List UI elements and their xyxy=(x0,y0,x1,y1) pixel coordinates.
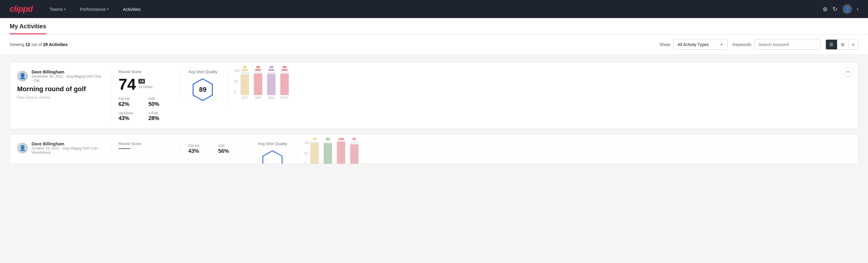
y-label2-50: 50 xyxy=(304,152,309,155)
bar-group-arg-2: 106 xyxy=(337,137,345,164)
viewing-suffix: Activities xyxy=(49,42,68,47)
user-row-2: 👤 Dave Billingham October 16, 2021 · Gog… xyxy=(17,141,101,155)
bar-wrapper-ott xyxy=(241,71,249,95)
nav-teams[interactable]: Teams ▾ xyxy=(47,5,68,13)
avatar-person-icon-2: 👤 xyxy=(19,145,26,151)
svg-marker-1 xyxy=(263,151,282,164)
fwhit-value-2: 43% xyxy=(188,148,211,154)
view-grid-button[interactable]: ⊞ xyxy=(837,40,848,49)
score-meta: +4 18 Holes xyxy=(138,79,153,90)
fwhit-stat: FW Hit 62% xyxy=(119,97,142,108)
gir-value: 50% xyxy=(149,101,172,108)
bar-wrapper-app xyxy=(254,71,262,95)
view-list-compact-button[interactable]: ☰ xyxy=(826,40,837,49)
viewing-text: Viewing 12 out of 29 Activities xyxy=(10,42,655,47)
bar-group-ott: 85 OTT xyxy=(241,65,249,99)
activities-list: ✏ 👤 Dave Billingham December 05, 2021 · … xyxy=(0,55,868,176)
bar-fill-app xyxy=(254,74,262,95)
keywords-filter-group: Keywords: xyxy=(732,39,820,50)
bar-fill-ott-2 xyxy=(310,143,319,164)
bar-indicator-ott xyxy=(242,69,248,70)
activity-title: Morning round of golf xyxy=(17,85,101,93)
bar-group-putt-2: 87 xyxy=(350,137,359,164)
logo[interactable]: clippd xyxy=(10,4,32,14)
list-icon: ≡ xyxy=(852,42,855,47)
round-score-row-2 xyxy=(119,148,171,149)
user-info: Dave Billingham December 05, 2021 · Gog … xyxy=(32,69,101,83)
add-icon[interactable]: ⊕ xyxy=(823,5,828,12)
activity-type-select[interactable]: All Activity Types ▾ xyxy=(673,39,727,50)
bar-label-app: APP xyxy=(255,96,261,99)
score-value-2 xyxy=(119,148,130,149)
nav-performance-chevron: ▾ xyxy=(107,7,108,11)
show-filter-group: Show: All Activity Types ▾ xyxy=(659,39,728,50)
user-date-2: October 16, 2021 · Gog Magog Golf Club -… xyxy=(32,146,101,155)
gir-stat-2: GIR 56% xyxy=(218,144,241,154)
nav-activities[interactable]: Activities xyxy=(121,5,143,13)
bar-indicator-putt xyxy=(281,69,287,70)
page-title: My Activities xyxy=(10,23,46,34)
nav-performance[interactable]: Performance ▾ xyxy=(78,5,111,13)
bar-value-ott: 85 xyxy=(243,65,247,69)
card-left-2: 👤 Dave Billingham October 16, 2021 · Gog… xyxy=(17,141,101,157)
avg-shot-quality: Avg Shot Quality 89 xyxy=(181,69,217,102)
bar-fill-ott xyxy=(241,75,249,95)
bar-fill-putt-2 xyxy=(350,144,359,164)
score-badge: +4 xyxy=(138,79,145,84)
card-chart-2: 100 50 0 94 93 xyxy=(297,141,851,164)
bar-value-putt: 89 xyxy=(283,65,286,69)
holes-label: 18 Holes xyxy=(138,85,153,89)
keywords-label: Keywords: xyxy=(732,42,752,47)
grid-icon: ⊞ xyxy=(841,42,844,47)
bar-fill-arg xyxy=(267,74,276,95)
bar-fill-arg-2 xyxy=(337,141,345,164)
fwhit-value: 62% xyxy=(119,101,142,108)
nav-teams-label: Teams xyxy=(49,7,63,12)
bar-wrapper-arg xyxy=(267,71,276,95)
data-source: Data Source: Arccos xyxy=(17,95,101,99)
hexagon-container: 89 xyxy=(191,78,215,102)
activity-card: ✏ 👤 Dave Billingham December 05, 2021 · … xyxy=(10,62,858,129)
stat-grid-2: FW Hit 43% GIR 56% xyxy=(188,144,241,154)
hexagon-container-2 xyxy=(260,150,284,164)
card-stats-2: Round Score xyxy=(111,141,171,154)
updown-value: 43% xyxy=(119,115,142,122)
navbar: clippd Teams ▾ Performance ▾ Activities … xyxy=(0,0,868,18)
updown-label: Up/Down xyxy=(119,111,142,115)
card-chart: 100 50 0 85 OTT xyxy=(227,69,851,106)
chart-y-labels-2: 100 50 0 xyxy=(304,141,309,164)
refresh-icon[interactable]: ↻ xyxy=(833,5,838,12)
bar-group-putt: 89 PUTT xyxy=(280,65,289,99)
fwhit-label: FW Hit xyxy=(119,97,142,101)
bar-group-ott-2: 94 xyxy=(310,137,319,164)
view-list-button[interactable]: ≡ xyxy=(848,40,858,49)
edit-button[interactable]: ✏ xyxy=(844,67,853,77)
score-value: 74 xyxy=(119,77,136,92)
bar-value-ott-2: 94 xyxy=(313,137,316,141)
activity-card-2: 👤 Dave Billingham October 16, 2021 · Gog… xyxy=(10,134,858,164)
bar-label-ott: OTT xyxy=(242,96,248,99)
nav-performance-label: Performance xyxy=(80,7,106,12)
chart-y-labels: 100 50 0 xyxy=(235,69,240,94)
bar-indicator-app xyxy=(255,69,261,70)
y-label-100: 100 xyxy=(235,69,240,72)
y-label2-100: 100 xyxy=(304,141,309,144)
user-avatar: 👤 xyxy=(17,71,28,82)
user-avatar-2: 👤 xyxy=(17,143,28,153)
card-left: 👤 Dave Billingham December 05, 2021 · Go… xyxy=(17,69,101,99)
bar-group-app: 90 APP xyxy=(254,65,262,99)
stat-grid: FW Hit 62% GIR 50% Up/Down 43% 1 Putt 28… xyxy=(119,97,171,122)
show-label: Show: xyxy=(659,42,671,47)
user-name-2: Dave Billingham xyxy=(32,141,101,146)
user-avatar[interactable]: 👤 xyxy=(842,4,852,14)
page-header: My Activities xyxy=(0,18,868,35)
user-menu-chevron[interactable]: ▾ xyxy=(857,7,858,11)
bar-fill-putt xyxy=(280,74,289,95)
y-label-0: 0 xyxy=(235,91,240,94)
hexagon-svg-2 xyxy=(260,150,284,164)
gir-label-2: GIR xyxy=(218,144,241,148)
user-row: 👤 Dave Billingham December 05, 2021 · Go… xyxy=(17,69,101,83)
round-score-row: 74 +4 18 Holes xyxy=(119,77,171,92)
keyword-input[interactable] xyxy=(754,39,821,50)
gir-value-2: 56% xyxy=(218,148,241,154)
